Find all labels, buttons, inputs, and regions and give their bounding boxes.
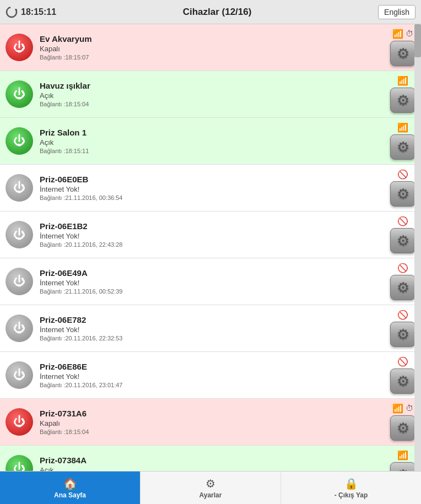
device-info: Priz-06E49A İnternet Yok! Bağlantı :21.1…: [33, 268, 390, 295]
device-connection: Bağlantı :18:15:11: [40, 148, 384, 154]
device-info: Priz-06E1B2 İnternet Yok! Bağlantı :20.1…: [33, 221, 390, 248]
power-button-ev-akvaryum[interactable]: ⏻: [6, 34, 33, 61]
power-icon: ⏻: [13, 229, 25, 241]
gear-icon: ⚙: [397, 467, 409, 472]
device-name: Priz-06E0EB: [40, 175, 384, 184]
power-icon: ⏻: [13, 369, 25, 381]
device-connection: Bağlantı :20.11.2016, 22:32:53: [40, 335, 384, 342]
power-button-priz-06e0eb[interactable]: ⏻: [6, 174, 33, 202]
device-status: İnternet Yok!: [40, 232, 384, 240]
gear-button-priz-salon1[interactable]: ⚙: [390, 134, 415, 160]
gear-button-ev-akvaryum[interactable]: ⚙: [390, 41, 415, 66]
device-row: ⏻ Priz-06E782 İnternet Yok! Bağlantı :20…: [0, 305, 421, 352]
page-title: Cihazlar (12/16): [183, 7, 252, 18]
power-icon: ⏻: [13, 88, 25, 100]
device-status: Kapalı: [40, 45, 384, 53]
device-right-panel: 📶⏱⚙: [390, 29, 415, 66]
schedule-icon: ⏱: [406, 404, 413, 413]
device-info: Priz-0731A6 Kapalı Bağlantı :18:15:04: [33, 409, 390, 435]
logout-icon: 🔒: [344, 477, 358, 490]
wifi-icon: 📶: [392, 29, 403, 39]
device-status: İnternet Yok!: [40, 372, 384, 381]
device-name: Ev Akvaryum: [40, 34, 384, 44]
device-row: ⏻ Priz Salon 1 Açık Bağlantı :18:15:11 📶…: [0, 118, 421, 165]
device-status: İnternet Yok!: [40, 326, 384, 334]
gear-button-priz-0731a6[interactable]: ⚙: [390, 415, 415, 441]
gear-button-priz-06e49a[interactable]: ⚙: [390, 275, 415, 300]
device-connection: Bağlantı :21.11.2016, 00:52:39: [40, 288, 384, 295]
device-right-panel: 📶⚙: [390, 122, 415, 160]
device-right-panel: 📶⚙: [390, 75, 415, 113]
power-button-priz-06e86e[interactable]: ⏻: [6, 361, 33, 389]
device-connection: Bağlantı :18:15:04: [40, 101, 384, 107]
device-status: Açık: [40, 91, 384, 100]
gear-button-priz-06e1b2[interactable]: ⚙: [390, 228, 415, 253]
header: 18:15:11 Cihazlar (12/16) English: [0, 0, 421, 24]
device-connection: Bağlantı :21.11.2016, 00:36:54: [40, 194, 384, 201]
power-button-havuz-isiklar[interactable]: ⏻: [6, 80, 33, 108]
scrollbar-thumb[interactable]: [414, 24, 421, 57]
gear-button-priz-06e782[interactable]: ⚙: [390, 322, 415, 347]
nav-home[interactable]: 🏠 Ana Sayfa: [0, 472, 141, 504]
device-info: Havuz ışıklar Açık Bağlantı :18:15:04: [33, 81, 390, 107]
device-right-panel: 🚫⚙: [390, 216, 415, 253]
device-right-panel: 🚫⚙: [390, 356, 415, 394]
status-icons: 📶⏱: [392, 403, 413, 413]
gear-icon: ⚙: [397, 186, 409, 203]
wifi-icon: 📶: [392, 403, 403, 414]
gear-icon: ⚙: [397, 139, 409, 156]
device-info: Priz-06E86E İnternet Yok! Bağlantı :20.1…: [33, 362, 390, 388]
settings-icon: ⚙: [206, 477, 215, 490]
device-name: Priz-07384A: [40, 456, 384, 465]
language-button[interactable]: English: [378, 5, 415, 19]
current-time: 18:15:11: [21, 7, 56, 17]
gear-button-havuz-isiklar[interactable]: ⚙: [390, 88, 415, 113]
power-button-priz-06e782[interactable]: ⏻: [6, 315, 33, 342]
status-icons: 🚫: [397, 263, 408, 273]
device-right-panel: 📶⚙: [390, 450, 415, 471]
power-button-priz-06e1b2[interactable]: ⏻: [6, 221, 33, 248]
device-connection: Bağlantı :18:15:04: [40, 429, 384, 435]
nav-settings[interactable]: ⚙ Ayarlar: [141, 472, 281, 504]
device-status: İnternet Yok!: [40, 185, 384, 193]
refresh-icon: [6, 6, 18, 18]
scrollbar-track[interactable]: [414, 24, 421, 471]
gear-icon: ⚙: [397, 232, 409, 250]
power-button-priz-0731a6[interactable]: ⏻: [6, 408, 33, 436]
device-status: Açık: [40, 138, 384, 147]
nav-home-label: Ana Sayfa: [54, 491, 86, 499]
device-name: Priz-0731A6: [40, 409, 384, 418]
device-right-panel: 📶⏱⚙: [390, 403, 415, 441]
power-button-priz-salon1[interactable]: ⏻: [6, 127, 33, 155]
power-button-priz-06e49a[interactable]: ⏻: [6, 268, 33, 295]
power-button-priz-07384a[interactable]: ⏻: [6, 455, 33, 471]
device-right-panel: 🚫⚙: [390, 310, 415, 347]
device-status: Kapalı: [40, 419, 384, 427]
power-icon: ⏻: [13, 463, 25, 471]
device-connection: Bağlantı :20.11.2016, 22:43:28: [40, 241, 384, 248]
device-list: ⏻ Ev Akvaryum Kapalı Bağlantı :18:15:07 …: [0, 24, 421, 471]
device-name: Priz-06E782: [40, 315, 384, 324]
wifi-icon: 📶: [397, 122, 408, 133]
gear-button-priz-07384a[interactable]: ⚙: [390, 462, 415, 471]
device-row: ⏻ Priz-0731A6 Kapalı Bağlantı :18:15:04 …: [0, 399, 421, 446]
gear-button-priz-06e0eb[interactable]: ⚙: [390, 181, 415, 207]
status-icons: 🚫: [397, 310, 408, 319]
device-info: Priz Salon 1 Açık Bağlantı :18:15:11: [33, 128, 390, 154]
device-row: ⏻ Havuz ışıklar Açık Bağlantı :18:15:04 …: [0, 71, 421, 118]
device-row: ⏻ Priz-07384A Açık Bağlantı :18:15:11 📶⚙: [0, 446, 421, 471]
device-row: ⏻ Priz-06E86E İnternet Yok! Bağlantı :20…: [0, 352, 421, 399]
power-icon: ⏻: [13, 322, 25, 334]
gear-icon: ⚙: [397, 45, 409, 62]
no-internet-icon: 🚫: [397, 169, 408, 180]
nav-logout[interactable]: 🔒 - Çıkış Yap: [281, 472, 421, 504]
header-time-area: 18:15:11: [6, 6, 56, 18]
device-status: İnternet Yok!: [40, 279, 384, 287]
wifi-icon: 📶: [397, 450, 408, 460]
gear-button-priz-06e86e[interactable]: ⚙: [390, 368, 415, 394]
power-icon: ⏻: [13, 275, 25, 288]
home-icon: 🏠: [63, 477, 77, 490]
nav-logout-label: - Çıkış Yap: [334, 491, 368, 499]
no-internet-icon: 🚫: [397, 356, 408, 367]
device-name: Priz Salon 1: [40, 128, 384, 137]
